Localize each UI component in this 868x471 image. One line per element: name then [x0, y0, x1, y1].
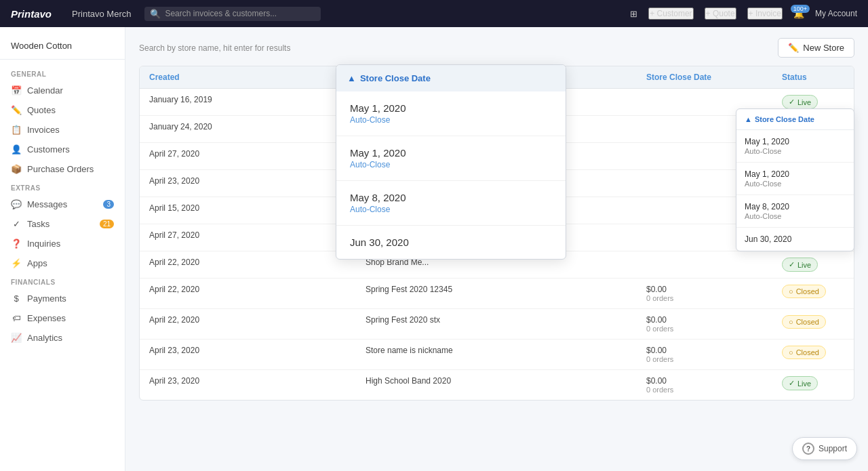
sidebar-label-customers: Customers [27, 144, 70, 155]
col-status[interactable]: Status [772, 66, 854, 89]
sidebar-item-inquiries[interactable]: ❓ Inquiries [0, 234, 125, 253]
cell-status: ○ Closed [772, 309, 854, 340]
cell-amount: $0.00 [646, 346, 763, 355]
status-icon: ○ [789, 348, 793, 356]
dropdown-item-sub: Auto-Close [350, 160, 552, 169]
col-status-label: Status [782, 73, 807, 82]
sort-panel-date: Jun 30, 2020 [745, 234, 846, 244]
payments-icon: $ [11, 293, 22, 304]
nav-search-container: 🔍 [144, 7, 321, 21]
sidebar-item-invoices[interactable]: 📋 Invoices [0, 120, 125, 140]
sort-dropdown: ▲ Store Close Date May 1, 2020 Auto-Clos… [336, 64, 566, 260]
dropdown-item[interactable]: May 1, 2020 Auto-Close [336, 91, 566, 136]
cell-close-date: $0.000 orders [637, 370, 772, 401]
search-hint: Search by store name, hit enter for resu… [139, 43, 290, 53]
customer-icon: 👤 [11, 144, 22, 155]
dropdown-item[interactable]: May 8, 2020 Auto-Close [336, 181, 566, 226]
cell-orders: 0 orders [646, 325, 763, 333]
cell-created: April 22, 2020 [140, 251, 356, 279]
cell-created: January 24, 2020 [140, 116, 356, 143]
status-icon: ○ [789, 318, 793, 326]
sidebar-label-payments: Payments [27, 293, 66, 304]
invoice-button[interactable]: + Invoice [747, 7, 783, 20]
status-badge: ○ Closed [782, 346, 826, 359]
dropdown-item[interactable]: Jun 30, 2020 [336, 226, 566, 259]
sort-panel: ▲ Store Close Date May 1, 2020 Auto-Clos… [736, 108, 854, 251]
sidebar-label-analytics: Analytics [27, 333, 62, 343]
chevron-up-icon: ▲ [347, 73, 356, 83]
sidebar-label-invoices: Invoices [27, 125, 60, 135]
sidebar-label-purchase-orders: Purchase Orders [27, 164, 94, 174]
sidebar-item-payments[interactable]: $ Payments [0, 289, 125, 308]
sort-panel-sub: Auto-Close [745, 147, 846, 155]
sort-panel-item: May 8, 2020 Auto-Close [736, 195, 854, 228]
table-row[interactable]: April 23, 2020 High School Band 2020 $0.… [140, 370, 854, 401]
tasks-icon: ✓ [11, 219, 22, 229]
cell-name: Spring Fest 2020 stx [356, 309, 637, 340]
notification-bell[interactable]: 🔔 100+ [793, 9, 804, 19]
sidebar-item-apps[interactable]: ⚡ Apps [0, 253, 125, 273]
dropdown-item-sub: Auto-Close [350, 205, 552, 214]
cell-amount: $0.00 [646, 376, 763, 386]
main-content: Search by store name, hit enter for resu… [125, 27, 868, 471]
sidebar-item-purchase-orders[interactable]: 📦 Purchase Orders [0, 159, 125, 179]
sidebar-label-inquiries: Inquiries [27, 239, 60, 249]
table-row[interactable]: April 23, 2020 Store name is nickname $0… [140, 340, 854, 370]
cell-created: April 22, 2020 [140, 309, 356, 340]
calendar-icon: 📅 [11, 85, 22, 96]
search-input[interactable] [165, 9, 315, 18]
sidebar-item-expenses[interactable]: 🏷 Expenses [0, 308, 125, 328]
cell-created: April 15, 2020 [140, 197, 356, 224]
sidebar-label-apps: Apps [27, 258, 47, 268]
sidebar-item-customers[interactable]: 👤 Customers [0, 140, 125, 159]
my-account-link[interactable]: My Account [815, 9, 857, 18]
sidebar-item-calendar[interactable]: 📅 Calendar [0, 81, 125, 100]
messages-icon: 💬 [11, 199, 22, 209]
new-store-button[interactable]: ✏️ New Store [778, 38, 854, 58]
sidebar-item-analytics[interactable]: 📈 Analytics [0, 328, 125, 348]
logo: Printavo [11, 8, 52, 20]
pencil-icon: ✏️ [11, 105, 22, 115]
sort-panel-header[interactable]: ▲ Store Close Date [736, 109, 854, 130]
apps-icon: ⚡ [11, 258, 22, 268]
cell-close-date: $0.000 orders [637, 340, 772, 370]
customer-button[interactable]: + Customer [648, 7, 693, 20]
cell-created: April 22, 2020 [140, 279, 356, 309]
sidebar-label-tasks: Tasks [27, 219, 50, 229]
sidebar-item-messages[interactable]: 💬 Messages 3 [0, 194, 125, 214]
cell-name: Store name is nickname [356, 340, 637, 370]
col-created[interactable]: Created [140, 66, 356, 89]
status-icon: ✓ [789, 98, 795, 106]
analytics-icon: 📈 [11, 333, 22, 343]
nav-brand: Printavo Merch [72, 9, 131, 19]
cell-close-date: $0.000 orders [637, 309, 772, 340]
dropdown-item[interactable]: May 1, 2020 Auto-Close [336, 136, 566, 181]
dropdown-item-date: May 1, 2020 [350, 102, 552, 114]
table-row[interactable]: April 22, 2020 Spring Fest 2020 12345 $0… [140, 279, 854, 309]
cell-name: Spring Fest 2020 12345 [356, 279, 637, 309]
pencil-new-icon: ✏️ [788, 43, 799, 53]
table-row[interactable]: April 22, 2020 Spring Fest 2020 stx $0.0… [140, 309, 854, 340]
section-label-extras: EXTRAS [0, 179, 125, 194]
sort-panel-date: May 8, 2020 [745, 202, 846, 211]
sort-panel-sub: Auto-Close [745, 212, 846, 220]
section-label-financials: FINANCIALS [0, 273, 125, 289]
cell-name: High School Band 2020 [356, 370, 637, 401]
cell-close-date: $0.000 orders [637, 279, 772, 309]
section-label-general: GENERAL [0, 65, 125, 81]
col-close-date[interactable]: Store Close Date [637, 66, 772, 89]
dropdown-header[interactable]: ▲ Store Close Date [336, 65, 566, 91]
sidebar-item-quotes[interactable]: ✏️ Quotes [0, 100, 125, 120]
cell-created: April 23, 2020 [140, 370, 356, 401]
status-badge: ○ Closed [782, 285, 826, 298]
quote-button[interactable]: + Quote [705, 7, 736, 20]
dropdown-item-sub: Auto-Close [350, 115, 552, 125]
status-badge: ✓ Live [782, 376, 818, 390]
cell-created: April 27, 2020 [140, 143, 356, 170]
sidebar-item-tasks[interactable]: ✓ Tasks 21 [0, 214, 125, 234]
sort-panel-item: Jun 30, 2020 [736, 228, 854, 251]
sidebar-label-messages: Messages [27, 199, 67, 209]
support-button[interactable]: ? Support [792, 437, 857, 460]
invoice-icon: 📋 [11, 125, 22, 135]
grid-icon[interactable]: ⊞ [630, 9, 637, 19]
